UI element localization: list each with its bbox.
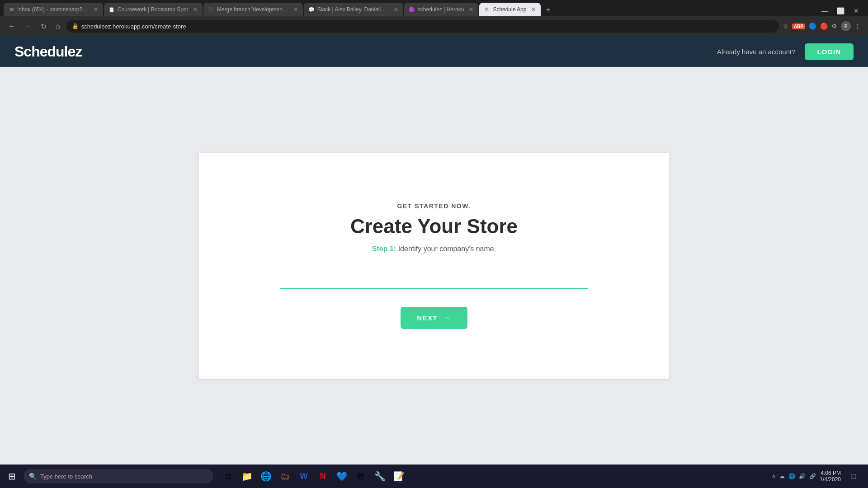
logo-text-white: ez	[67, 43, 82, 60]
extensions-icon[interactable]: 🔵	[809, 23, 816, 30]
taskbar-search-text: Type here to search	[40, 473, 92, 480]
tray-volume-icon[interactable]: 🔊	[799, 473, 806, 479]
tab-title-scheduleapp: Schedule App	[493, 6, 526, 13]
taskbar-sticky-notes[interactable]: 📝	[390, 467, 408, 485]
forward-button[interactable]: →	[22, 20, 34, 32]
step-label: Step 1:	[372, 245, 396, 253]
company-name-input[interactable]	[280, 271, 588, 289]
taskbar-clock: 4:06 PM 1/4/2020	[820, 470, 841, 483]
devtools-icon[interactable]: ⚙	[831, 23, 837, 30]
tab-gmail[interactable]: ✉ Inbox (654) - paxtonsharp22... ✕	[4, 3, 103, 16]
home-button[interactable]: ⌂	[53, 20, 63, 32]
tab-title-slack: Slack | Alex Bailey, Danielle B...	[317, 6, 389, 13]
taskbar-file-explorer[interactable]: 📁	[238, 467, 256, 485]
address-bar-row: ← → ↻ ⌂ 🔒 scheduleez.herokuapp.com/creat…	[0, 16, 868, 36]
already-account-text: Already have an account?	[717, 48, 795, 56]
tab-favicon-slack: 💬	[308, 6, 315, 13]
taskbar-notification-button[interactable]: □	[844, 467, 863, 485]
taskbar-search-icon: 🔍	[29, 473, 37, 480]
star-icon[interactable]: ☆	[783, 23, 788, 30]
address-bar[interactable]: 🔒 scheduleez.herokuapp.com/create-store	[66, 20, 779, 33]
start-button[interactable]: ⊞	[2, 466, 22, 486]
taskbar-terminal[interactable]: 🖥	[352, 467, 370, 485]
back-button[interactable]: ←	[5, 20, 18, 32]
acrobat-icon[interactable]: 🔴	[820, 23, 828, 30]
taskbar-files[interactable]: 🗂	[276, 467, 294, 485]
minimize-button[interactable]: —	[818, 5, 831, 16]
tab-favicon-coursework: 📋	[108, 6, 115, 13]
tab-title-gmail: Inbox (654) - paxtonsharp22...	[17, 6, 89, 13]
create-store-card: GET STARTED NOW. Create Your Store Step …	[199, 153, 669, 379]
profile-avatar[interactable]: P	[841, 21, 851, 31]
tab-favicon-heroku: 🟣	[409, 6, 415, 13]
taskbar-netflix[interactable]: N	[314, 467, 332, 485]
step-description: Identify your company's name.	[398, 245, 496, 253]
taskbar-tray: ∧ ☁ 🌐 🔊 🔗 4:06 PM 1/4/2020 □	[772, 467, 866, 485]
tab-favicon-github: ⚫	[208, 6, 214, 13]
tab-close-github[interactable]: ✕	[293, 6, 298, 13]
tab-close-heroku[interactable]: ✕	[468, 6, 474, 13]
taskbar-time-text: 4:06 PM	[821, 470, 841, 476]
tab-favicon-gmail: ✉	[8, 6, 14, 13]
new-tab-button[interactable]: +	[542, 4, 554, 16]
site-header: Schedulez Already have an account? LOGIN	[0, 36, 868, 67]
reload-button[interactable]: ↻	[38, 20, 49, 33]
taskbar: ⊞ 🔍 Type here to search ⊡ 📁 🌐 🗂 W N 💙 🖥 …	[0, 465, 868, 488]
tab-title-heroku: schedulez | Heroku	[418, 6, 464, 13]
taskbar-tool[interactable]: 🔧	[371, 467, 389, 485]
page-content: Schedulez Already have an account? LOGIN…	[0, 36, 868, 465]
create-store-title: Create Your Store	[350, 215, 518, 238]
url-text: scheduleez.herokuapp.com/create-store	[81, 23, 774, 30]
adblock-icon[interactable]: ABP	[792, 23, 805, 29]
site-logo: Schedulez	[14, 43, 82, 60]
tab-github[interactable]: ⚫ Merge branch 'development... ✕	[203, 3, 303, 16]
lock-icon: 🔒	[72, 23, 79, 29]
tray-link-icon: 🔗	[809, 473, 816, 479]
taskbar-task-view[interactable]: ⊡	[219, 467, 237, 485]
tab-heroku[interactable]: 🟣 schedulez | Heroku ✕	[404, 3, 479, 16]
next-button-label: NEXT	[417, 314, 438, 322]
tab-title-coursework: Coursework | Bootcamp Spot	[118, 6, 188, 13]
header-right: Already have an account? LOGIN	[717, 43, 854, 60]
taskbar-vscode[interactable]: 💙	[333, 467, 351, 485]
tray-up-icon[interactable]: ∧	[772, 473, 776, 479]
login-button[interactable]: LOGIN	[805, 43, 854, 60]
tab-scheduleapp[interactable]: 🗓 Schedule App ✕	[479, 3, 541, 16]
window-controls: — ⬜ ✕	[818, 5, 864, 16]
menu-icon[interactable]: ⋮	[854, 23, 861, 30]
restore-button[interactable]: ⬜	[833, 5, 848, 16]
tab-coursework[interactable]: 📋 Coursework | Bootcamp Spot ✕	[104, 3, 203, 16]
tab-close-coursework[interactable]: ✕	[193, 6, 198, 13]
browser-toolbar-icons: ☆ ABP 🔵 🔴 ⚙ P ⋮	[783, 21, 863, 31]
logo-text-green: Schedul	[14, 43, 67, 60]
main-area: GET STARTED NOW. Create Your Store Step …	[0, 67, 868, 465]
tab-slack[interactable]: 💬 Slack | Alex Bailey, Danielle B... ✕	[304, 3, 403, 16]
taskbar-search-bar[interactable]: 🔍 Type here to search	[24, 469, 213, 483]
close-button[interactable]: ✕	[850, 5, 863, 16]
company-input-wrapper	[280, 271, 588, 289]
tab-bar: ✉ Inbox (654) - paxtonsharp22... ✕ 📋 Cou…	[0, 0, 868, 16]
taskbar-center-icons: ⊡ 📁 🌐 🗂 W N 💙 🖥 🔧 📝	[215, 467, 411, 485]
tray-cloud-icon: ☁	[779, 473, 785, 479]
browser-chrome: ✉ Inbox (654) - paxtonsharp22... ✕ 📋 Cou…	[0, 0, 868, 36]
taskbar-chrome[interactable]: 🌐	[257, 467, 275, 485]
tab-close-scheduleapp[interactable]: ✕	[531, 6, 536, 13]
taskbar-date-text: 1/4/2020	[820, 476, 841, 483]
get-started-label: GET STARTED NOW.	[397, 202, 471, 210]
next-button[interactable]: NEXT →	[401, 307, 467, 329]
tray-network-icon: 🌐	[788, 473, 795, 479]
tab-favicon-scheduleapp: 🗓	[484, 6, 490, 13]
tab-close-slack[interactable]: ✕	[393, 6, 399, 13]
step-text: Step 1: Identify your company's name.	[372, 245, 496, 253]
tab-title-github: Merge branch 'development...	[217, 6, 288, 13]
next-arrow-icon: →	[442, 313, 451, 323]
tab-close-gmail[interactable]: ✕	[93, 6, 99, 13]
taskbar-word[interactable]: W	[295, 467, 313, 485]
